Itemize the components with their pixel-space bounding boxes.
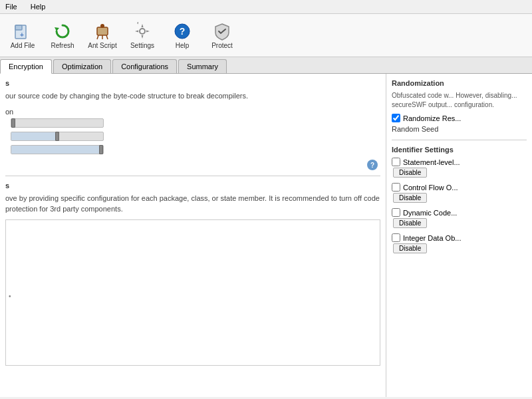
right-divider: [392, 140, 527, 140]
statement-level-checkbox[interactable]: [392, 158, 400, 166]
help-button[interactable]: ? Help: [164, 17, 201, 54]
control-flow-checkbox[interactable]: [392, 183, 400, 192]
integer-data-checkbox[interactable]: [392, 233, 400, 242]
add-file-button[interactable]: + Add File: [4, 17, 41, 54]
tab-encryption[interactable]: Encryption: [0, 59, 52, 74]
divider-1: [5, 176, 380, 176]
protect-icon: [213, 22, 231, 41]
slider-2[interactable]: [11, 132, 104, 141]
integer-data-label: Integer Data Ob...: [403, 234, 461, 242]
toolbar: + Add File Refresh Ant Script: [0, 14, 532, 57]
id-setting-group-2: Control Flow O... Disable: [392, 183, 527, 203]
tab-bar: Encryption Optimization Configurations S…: [0, 57, 532, 74]
tree-dot: •: [9, 293, 11, 300]
svg-point-5: [100, 24, 104, 28]
id-setting-group-1: Statement-level... Disable: [392, 158, 527, 178]
integer-data-disable-btn[interactable]: Disable: [393, 243, 427, 253]
slider-row-1: [11, 118, 380, 128]
section1-title: s: [5, 79, 380, 87]
refresh-label: Refresh: [51, 42, 74, 49]
help-icon: ?: [173, 22, 192, 41]
randomize-seed-row: Randomize Res...: [392, 114, 527, 122]
slider-row-2: [11, 132, 380, 141]
section2-title: s: [5, 182, 380, 190]
tab-summary[interactable]: Summary: [178, 59, 227, 73]
id-setting-group-4: Integer Data Ob... Disable: [392, 233, 527, 253]
svg-text:+: +: [20, 31, 24, 39]
randomization-desc: Obfuscated code w... However, disabling.…: [392, 91, 527, 110]
slider-row-3: [11, 145, 380, 154]
section2-desc: ove by providing specific configuration …: [5, 194, 380, 214]
svg-marker-3: [55, 27, 59, 31]
ant-script-label: Ant Script: [88, 42, 116, 49]
refresh-button[interactable]: Refresh: [44, 17, 81, 54]
svg-line-6: [97, 35, 98, 39]
control-flow-label: Control Flow O...: [403, 184, 458, 192]
id-setting-row-3: Dynamic Code...: [392, 208, 527, 217]
randomization-section: Randomization Obfuscated code w... Howev…: [392, 79, 527, 133]
settings-icon: [133, 22, 152, 41]
slider-3[interactable]: [11, 145, 104, 154]
section2: s ove by providing specific configuratio…: [5, 182, 380, 366]
dynamic-code-label: Dynamic Code...: [403, 209, 457, 217]
svg-text:?: ?: [180, 26, 186, 37]
slider-1[interactable]: [11, 118, 104, 128]
id-setting-row-4: Integer Data Ob...: [392, 233, 527, 242]
help-label: Help: [176, 42, 190, 49]
section1: s our source code by changing the byte-c…: [5, 79, 380, 170]
svg-rect-4: [97, 27, 108, 35]
tab-optimization[interactable]: Optimization: [53, 59, 111, 73]
statement-level-disable-btn[interactable]: Disable: [393, 168, 427, 178]
tab-configurations[interactable]: Configurations: [112, 59, 177, 73]
tree-panel: •: [5, 219, 380, 366]
refresh-icon: [53, 22, 72, 41]
ant-script-icon: [93, 22, 112, 41]
dynamic-code-disable-btn[interactable]: Disable: [393, 218, 427, 228]
settings-label: Settings: [130, 42, 154, 49]
ant-script-button[interactable]: Ant Script: [84, 17, 121, 54]
right-panel: Randomization Obfuscated code w... Howev…: [386, 74, 532, 397]
svg-rect-1: [15, 25, 22, 30]
menu-help[interactable]: Help: [28, 1, 49, 12]
identifier-settings-title: Identifier Settings: [392, 146, 527, 154]
add-file-label: Add File: [11, 42, 35, 49]
svg-point-9: [140, 29, 145, 34]
left-panel: s our source code by changing the byte-c…: [0, 74, 386, 397]
section1-desc: our source code by changing the byte-cod…: [5, 91, 380, 101]
dynamic-code-checkbox[interactable]: [392, 208, 400, 217]
menu-bar: File Help: [0, 0, 532, 14]
statement-level-label: Statement-level...: [403, 158, 460, 166]
control-flow-disable-btn[interactable]: Disable: [393, 193, 427, 203]
id-setting-row-2: Control Flow O...: [392, 183, 527, 192]
randomize-seed-label: Randomize Res...: [403, 114, 461, 122]
svg-line-8: [106, 35, 108, 39]
randomize-seed-checkbox[interactable]: [392, 114, 400, 122]
protect-label: Protect: [211, 42, 233, 49]
identifier-settings: Identifier Settings Statement-level... D…: [392, 146, 527, 253]
add-file-icon: +: [13, 22, 32, 41]
subsection-label: on: [5, 108, 380, 116]
randomization-title: Randomization: [392, 79, 527, 87]
protect-button[interactable]: Protect: [203, 17, 241, 54]
random-seed-label: Random Seed: [392, 125, 527, 133]
settings-button[interactable]: Settings: [124, 17, 161, 54]
help-circle-icon[interactable]: ?: [367, 160, 378, 170]
id-setting-group-3: Dynamic Code... Disable: [392, 208, 527, 228]
menu-file[interactable]: File: [3, 1, 20, 12]
id-setting-row-1: Statement-level...: [392, 158, 527, 166]
main-content: s our source code by changing the byte-c…: [0, 74, 532, 397]
